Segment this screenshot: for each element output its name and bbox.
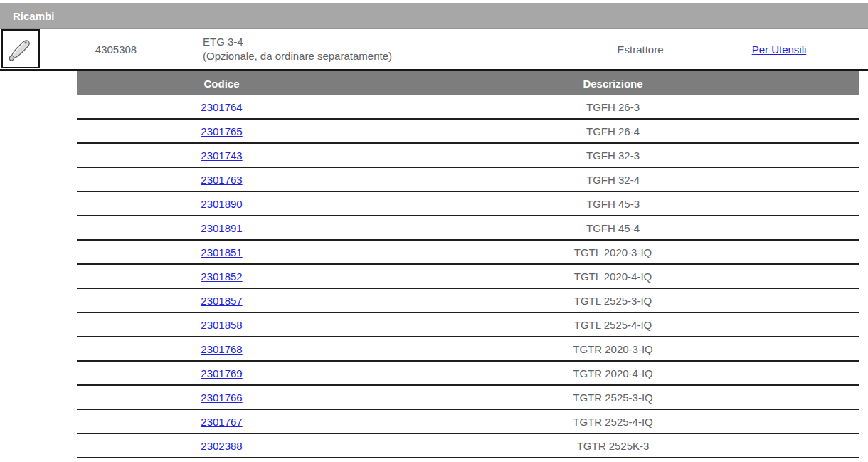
table-row: 2301851TGTL 2020-3-IQ xyxy=(77,241,859,265)
table-row: 2302388TGTR 2525K-3 xyxy=(77,434,859,458)
part-code: 4305308 xyxy=(40,43,192,56)
description-cell: TGTR 2020-3-IQ xyxy=(366,343,859,355)
code-cell: 2301890 xyxy=(77,198,366,210)
table-row: 2301743TGFH 32-3 xyxy=(77,144,859,168)
table-row: 2301763TGFH 32-4 xyxy=(77,168,859,192)
part-name-cell: ETG 3-4 (Opzionale, da ordinare separata… xyxy=(192,35,591,63)
parts-table: Codice Descrizione 2301764TGFH 26-323017… xyxy=(77,71,859,458)
description-cell: TGTR 2525-3-IQ xyxy=(366,392,859,404)
part-summary-row: 4305308 ETG 3-4 (Opzionale, da ordinare … xyxy=(0,29,868,71)
part-link-cell: Per Utensili xyxy=(690,43,868,56)
description-cell: TGTR 2525-4-IQ xyxy=(366,416,859,428)
code-cell: 2301767 xyxy=(77,416,366,428)
extractor-tool-icon xyxy=(4,33,37,65)
part-image-cell xyxy=(0,30,40,68)
code-link[interactable]: 2301766 xyxy=(201,392,242,404)
code-link[interactable]: 2301767 xyxy=(201,416,242,428)
code-cell: 2302388 xyxy=(77,440,366,452)
code-cell: 2301766 xyxy=(77,392,366,404)
column-header-descrizione: Descrizione xyxy=(366,78,859,90)
code-link[interactable]: 2302388 xyxy=(201,440,242,452)
code-cell: 2301765 xyxy=(77,125,366,137)
code-link[interactable]: 2301852 xyxy=(201,271,242,283)
code-link[interactable]: 2301765 xyxy=(201,125,242,137)
description-cell: TGTL 2525-3-IQ xyxy=(366,295,859,307)
table-row: 2301858TGTL 2525-4-IQ xyxy=(77,313,859,337)
code-cell: 2301768 xyxy=(77,343,366,355)
description-cell: TGTL 2525-4-IQ xyxy=(366,319,859,331)
description-cell: TGFH 45-4 xyxy=(366,222,859,234)
code-link[interactable]: 2301763 xyxy=(201,174,242,186)
code-link[interactable]: 2301769 xyxy=(201,367,242,379)
code-cell: 2301763 xyxy=(77,174,366,186)
table-row: 2301767TGTR 2525-4-IQ xyxy=(77,410,859,434)
table-row: 2301768TGTR 2020-3-IQ xyxy=(77,337,859,362)
table-row: 2301891TGFH 45-4 xyxy=(77,216,859,241)
table-row: 2301852TGTL 2020-4-IQ xyxy=(77,265,859,289)
section-title: Ricambi xyxy=(13,10,54,22)
section-header: Ricambi xyxy=(0,3,868,29)
description-cell: TGFH 32-4 xyxy=(366,174,859,186)
part-name: ETG 3-4 xyxy=(203,35,591,49)
code-cell: 2301858 xyxy=(77,319,366,331)
code-cell: 2301852 xyxy=(77,271,366,283)
code-link[interactable]: 2301851 xyxy=(201,246,242,258)
part-note: (Opzionale, da ordinare separatamente) xyxy=(203,49,591,63)
code-link[interactable]: 2301743 xyxy=(201,149,242,162)
description-cell: TGTR 2020-4-IQ xyxy=(366,367,859,379)
part-category: Estrattore xyxy=(591,43,690,56)
table-row: 2301766TGTR 2525-3-IQ xyxy=(77,386,859,410)
code-cell: 2301769 xyxy=(77,367,366,379)
code-cell: 2301891 xyxy=(77,222,366,234)
description-cell: TGTL 2020-3-IQ xyxy=(366,246,859,258)
table-row: 2301769TGTR 2020-4-IQ xyxy=(77,362,859,386)
description-cell: TGTL 2020-4-IQ xyxy=(366,271,859,283)
description-cell: TGFH 32-3 xyxy=(366,149,859,162)
code-cell: 2301764 xyxy=(77,101,366,113)
part-thumbnail xyxy=(1,29,40,68)
description-cell: TGFH 26-4 xyxy=(366,125,859,137)
code-cell: 2301857 xyxy=(77,295,366,307)
table-row: 2301857TGTL 2525-3-IQ xyxy=(77,289,859,313)
code-cell: 2301851 xyxy=(77,246,366,258)
description-cell: TGFH 45-3 xyxy=(366,198,859,210)
description-cell: TGTR 2525K-3 xyxy=(366,440,859,452)
code-link[interactable]: 2301891 xyxy=(201,222,242,234)
code-link[interactable]: 2301890 xyxy=(201,198,242,210)
code-link[interactable]: 2301764 xyxy=(201,101,242,113)
table-row: 2301764TGFH 26-3 xyxy=(77,95,859,120)
per-utensili-link[interactable]: Per Utensili xyxy=(752,43,807,56)
column-header-codice: Codice xyxy=(77,78,366,90)
table-row: 2301765TGFH 26-4 xyxy=(77,120,859,144)
code-cell: 2301743 xyxy=(77,149,366,162)
table-body: 2301764TGFH 26-32301765TGFH 26-42301743T… xyxy=(77,95,859,458)
table-header-row: Codice Descrizione xyxy=(77,71,859,95)
description-cell: TGFH 26-3 xyxy=(366,101,859,113)
table-row: 2301890TGFH 45-3 xyxy=(77,192,859,216)
code-link[interactable]: 2301858 xyxy=(201,319,242,331)
page: Ricambi 4305308 ETG 3-4 (Opzionale, da o… xyxy=(0,0,868,462)
code-link[interactable]: 2301768 xyxy=(201,343,242,355)
code-link[interactable]: 2301857 xyxy=(201,295,242,307)
